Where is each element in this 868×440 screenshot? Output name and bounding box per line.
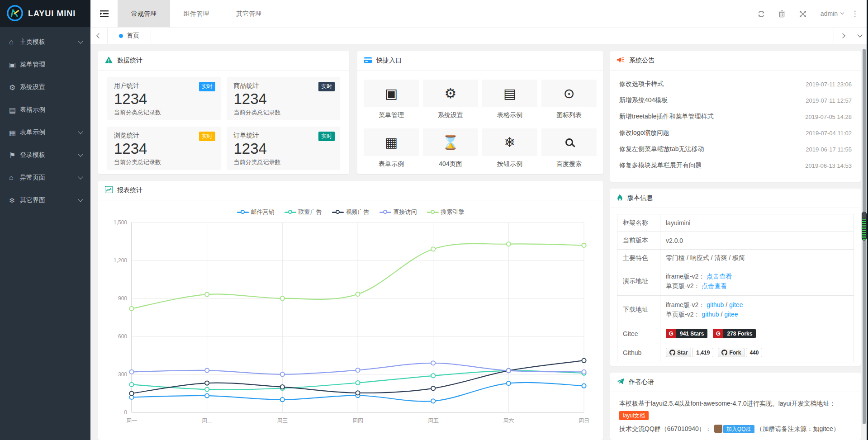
version-link-line: 单页版-v2： 点击查看 xyxy=(666,281,848,291)
chevron-down-icon xyxy=(78,197,83,202)
github-star-button[interactable]: Star xyxy=(666,348,691,357)
layui-doc-badge[interactable]: layui文档 xyxy=(619,411,649,420)
link-gitee[interactable]: gitee xyxy=(729,301,743,308)
header-tab-其它管理[interactable]: 其它管理 xyxy=(223,0,275,27)
link-点击查看[interactable]: 点击查看 xyxy=(702,282,727,289)
header-tab-组件管理[interactable]: 组件管理 xyxy=(170,0,223,27)
version-row-框架名称: 框架名称layuimini xyxy=(617,214,854,232)
version-row-value: iframe版-v2： 点击查看单页版-v2： 点击查看 xyxy=(660,267,854,296)
stat-desc: 当前分类总记录数 xyxy=(234,109,334,117)
version-card-header: 版本信息 xyxy=(610,189,861,208)
more-menu-icon[interactable]: ⋮ xyxy=(848,9,862,19)
quick-item-表格示例[interactable]: ▤表格示例 xyxy=(482,80,537,119)
stats-card-header: 数据统计 xyxy=(98,51,349,71)
sidebar-item-异常页面[interactable]: ⌂异常页面 xyxy=(0,166,90,189)
tab-scroll-left-button[interactable] xyxy=(90,28,108,44)
sidebar-toggle-icon[interactable] xyxy=(90,0,118,27)
user-dropdown[interactable]: admin xyxy=(821,10,844,17)
legend-marker xyxy=(379,210,391,214)
github-widget-Fork: Fork440 xyxy=(718,348,762,357)
legend-item-视频广告[interactable]: 视频广告 xyxy=(332,208,370,216)
legend-item-联盟广告[interactable]: 联盟广告 xyxy=(285,208,322,216)
announcement-row[interactable]: 修复左侧菜单缩放tab无法移动2019-06-17 11:55 xyxy=(619,141,852,157)
legend-item-直接访问[interactable]: 直接访问 xyxy=(379,208,417,216)
tab-scroll-right-button[interactable] xyxy=(834,28,851,44)
github-fork-count[interactable]: 440 xyxy=(746,348,762,357)
sidebar-item-菜单管理[interactable]: ▣菜单管理 xyxy=(0,53,90,76)
stat-box-订单统计[interactable]: 订单统计实时1234当前分类总记录数 xyxy=(227,127,341,170)
gears-icon: ⚙ xyxy=(423,80,478,107)
link-prefix: 单页版-v2： xyxy=(666,311,702,318)
announcement-row[interactable]: 新增系统404模板2019-07-11 12:57 xyxy=(619,92,852,109)
link-点击查看[interactable]: 点击查看 xyxy=(707,273,732,280)
legend-label: 邮件营销 xyxy=(251,208,275,216)
version-card: 版本信息 框架名称layuimini当前版本v2.0.0主要特色零门槛 / 响应… xyxy=(610,189,861,366)
legend-item-搜索引擎[interactable]: 搜索引擎 xyxy=(427,208,465,216)
quick-item-图标列表[interactable]: ⊙图标列表 xyxy=(541,80,597,119)
chevron-left-icon xyxy=(96,33,101,38)
sidebar-item-登录模板[interactable]: ⚑登录模板 xyxy=(0,144,90,166)
tab-home[interactable]: 首页 xyxy=(108,28,151,44)
announcements-list: 修改选项卡样式2019-07-11 23:06新增系统404模板2019-07-… xyxy=(610,71,861,174)
quick-item-label: 表格示例 xyxy=(482,111,537,119)
version-row-label: Gitee xyxy=(617,324,660,343)
active-tab-dot xyxy=(119,34,123,38)
sidebar-item-表单示例[interactable]: ▦表单示例 xyxy=(0,121,90,144)
sidebar-item-label: 其它界面 xyxy=(20,196,79,204)
gears-icon: ⚙ xyxy=(9,83,20,92)
link-github[interactable]: github xyxy=(702,311,719,318)
announcement-row[interactable]: 新增treetable插件和菜单管理样式2019-07-05 14:28 xyxy=(619,109,852,125)
version-link-line: iframe版-v2： 点击查看 xyxy=(666,272,848,281)
quick-item-菜单管理[interactable]: ▣菜单管理 xyxy=(364,80,419,119)
report-chart-card: 报表统计 邮件营销联盟广告视频广告直接访问搜索引擎 03006009001,20… xyxy=(98,181,603,440)
hourglass-icon: ⌛ xyxy=(423,128,478,156)
author-line2: 技术交流QQ群（667010940）：加入QQ群（加群请备注来源：如gitee） xyxy=(619,423,852,435)
svg-text:周三: 周三 xyxy=(277,417,288,424)
gitee-logo-icon: G xyxy=(666,329,676,338)
stat-box-用户统计[interactable]: 用户统计实时1234当前分类总记录数 xyxy=(107,77,221,120)
stat-value: 1234 xyxy=(234,90,334,108)
refresh-icon[interactable] xyxy=(751,9,772,17)
legend-marker xyxy=(237,210,249,214)
version-card-title: 版本信息 xyxy=(627,194,653,202)
join-qq-group-badge[interactable]: 加入QQ群 xyxy=(723,425,754,433)
sidebar-item-主页模板[interactable]: ⌂主页模板 xyxy=(0,31,90,53)
quick-item-表单示例[interactable]: ▦表单示例 xyxy=(364,128,419,168)
content-area: 数据统计 用户统计实时1234当前分类总记录数商品统计实时1234当前分类总记录… xyxy=(90,44,868,440)
stat-box-浏览统计[interactable]: 浏览统计实时1234当前分类总记录数 xyxy=(107,127,221,170)
quick-item-404页面[interactable]: ⌛404页面 xyxy=(423,128,478,168)
announcement-row[interactable]: 修改logo缩放问题2019-07-04 11:02 xyxy=(619,125,852,141)
sidebar-item-表格示例[interactable]: ▤表格示例 xyxy=(0,99,90,121)
github-fork-button[interactable]: Fork xyxy=(718,348,745,357)
link-gitee[interactable]: gitee xyxy=(724,311,738,318)
stat-value: 1234 xyxy=(234,140,334,157)
tab-operations-dropdown[interactable] xyxy=(851,28,868,44)
stat-box-商品统计[interactable]: 商品统计实时1234当前分类总记录数 xyxy=(227,77,341,120)
github-star-count[interactable]: 1,419 xyxy=(693,348,713,357)
quick-item-系统设置[interactable]: ⚙系统设置 xyxy=(423,80,478,119)
brand-logo[interactable]: LAYUI MINI xyxy=(0,0,90,27)
legend-item-邮件营销[interactable]: 邮件营销 xyxy=(237,208,275,216)
announcement-row[interactable]: 修改选项卡样式2019-07-11 23:06 xyxy=(619,76,852,92)
version-row-label: 框架名称 xyxy=(617,214,660,232)
gitee-badge[interactable]: G941 Stars xyxy=(666,329,707,338)
fullscreen-icon[interactable] xyxy=(792,9,813,17)
clear-cache-trash-icon[interactable] xyxy=(772,9,792,17)
calendar-icon: ▦ xyxy=(9,128,20,137)
quick-item-百度搜索[interactable]: 百度搜索 xyxy=(541,128,597,168)
header-tab-常规管理[interactable]: 常规管理 xyxy=(118,0,170,27)
gitee-badge-text: 278 Forks xyxy=(723,329,756,338)
sidebar-item-其它界面[interactable]: ❄其它界面 xyxy=(0,189,90,212)
gitee-badge[interactable]: G278 Forks xyxy=(713,329,756,338)
sidebar-item-系统设置[interactable]: ⚙系统设置 xyxy=(0,76,90,99)
announcement-date: 2019-06-17 11:55 xyxy=(806,146,852,153)
sidebar-item-label: 主页模板 xyxy=(20,38,79,46)
announcement-row[interactable]: 修复多模块菜单栏展开有问题2019-06-13 14:53 xyxy=(619,157,852,174)
svg-text:0: 0 xyxy=(124,409,127,416)
scrollbar-thumb[interactable] xyxy=(862,212,867,241)
stat-desc: 当前分类总记录数 xyxy=(114,158,214,166)
link-github[interactable]: github xyxy=(707,301,724,308)
quick-item-按钮示例[interactable]: ❄按钮示例 xyxy=(482,128,537,168)
topbar-actions: admin ⋮ xyxy=(751,0,868,27)
version-link-line: 单页版-v2： github / gitee xyxy=(666,310,848,319)
